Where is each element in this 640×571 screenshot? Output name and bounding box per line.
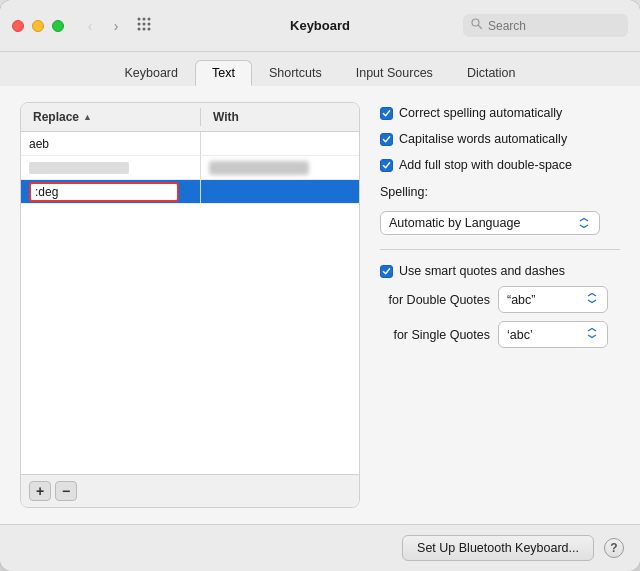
svg-point-0 [138, 17, 141, 20]
col-replace-header: Replace ▲ [21, 108, 201, 126]
table-row[interactable] [21, 156, 359, 180]
blurred-with [209, 161, 309, 175]
spelling-section: Spelling: [380, 184, 620, 199]
single-quotes-row: for Single Quotes ‘abc’ [380, 321, 620, 348]
keyboard-preferences-window: ‹ › Keyboard [0, 0, 640, 571]
double-quotes-label: for Double Quotes [380, 293, 490, 307]
remove-row-button[interactable]: − [55, 481, 77, 501]
tab-keyboard[interactable]: Keyboard [107, 60, 195, 86]
traffic-lights [12, 20, 64, 32]
svg-point-2 [148, 17, 151, 20]
titlebar: ‹ › Keyboard [0, 0, 640, 52]
table-body: aeb [21, 132, 359, 474]
blurred-replace [29, 162, 129, 174]
window-title: Keyboard [290, 18, 350, 33]
single-quotes-dropdown[interactable]: ‘abc’ [498, 321, 608, 348]
maximize-button[interactable] [52, 20, 64, 32]
tab-dictation[interactable]: Dictation [450, 60, 533, 86]
col-with-header: With [201, 108, 251, 126]
svg-point-7 [143, 27, 146, 30]
table-row[interactable]: aeb [21, 132, 359, 156]
divider [380, 249, 620, 250]
tab-text[interactable]: Text [195, 60, 252, 86]
grid-button[interactable] [136, 16, 152, 36]
nav-buttons: ‹ › [80, 16, 126, 36]
bt-keyboard-button[interactable]: Set Up Bluetooth Keyboard... [402, 535, 594, 561]
minimize-button[interactable] [32, 20, 44, 32]
svg-line-10 [479, 26, 482, 29]
tab-input-sources[interactable]: Input Sources [339, 60, 450, 86]
close-button[interactable] [12, 20, 24, 32]
svg-point-8 [148, 27, 151, 30]
correct-spelling-label: Correct spelling automatically [399, 106, 562, 120]
svg-point-9 [472, 19, 479, 26]
content-area: Replace ▲ With aeb [0, 86, 640, 524]
svg-point-3 [138, 22, 141, 25]
full-stop-label: Add full stop with double-space [399, 158, 572, 172]
dropdown-arrow-icon [577, 216, 591, 230]
double-quotes-dropdown[interactable]: “abc” [498, 286, 608, 313]
table-footer: + − [21, 474, 359, 507]
replace-edit-input[interactable] [29, 182, 179, 202]
svg-point-4 [143, 22, 146, 25]
search-box[interactable] [463, 14, 628, 37]
cell-replace-editing [21, 180, 201, 203]
capitalise-words-label: Capitalise words automatically [399, 132, 567, 146]
search-icon [471, 18, 483, 33]
help-button[interactable]: ? [604, 538, 624, 558]
spelling-dropdown[interactable]: Automatic by Language [380, 211, 600, 235]
table-row-selected[interactable] [21, 180, 359, 204]
replacement-table: Replace ▲ With aeb [20, 102, 360, 508]
dropdown-arrow-icon [585, 326, 599, 343]
smart-quotes-section: Use smart quotes and dashes for Double Q… [380, 264, 620, 348]
svg-point-5 [148, 22, 151, 25]
cell-with [201, 132, 359, 155]
cell-with-selected [201, 180, 359, 203]
tabs-bar: Keyboard Text Shortcuts Input Sources Di… [0, 52, 640, 86]
table-header: Replace ▲ With [21, 103, 359, 132]
cell-with [201, 156, 359, 179]
full-stop-row: Add full stop with double-space [380, 158, 620, 172]
bottom-bar: Set Up Bluetooth Keyboard... ? [0, 524, 640, 571]
double-quotes-row: for Double Quotes “abc” [380, 286, 620, 313]
smart-quotes-label: Use smart quotes and dashes [399, 264, 565, 278]
smart-quotes-checkbox[interactable] [380, 265, 393, 278]
forward-button[interactable]: › [106, 16, 126, 36]
back-button[interactable]: ‹ [80, 16, 100, 36]
search-input[interactable] [488, 19, 620, 33]
spelling-label: Spelling: [380, 185, 428, 199]
spelling-dropdown-row: Automatic by Language [380, 211, 620, 235]
correct-spelling-checkbox[interactable] [380, 107, 393, 120]
sort-arrow-icon: ▲ [83, 112, 92, 122]
svg-point-6 [138, 27, 141, 30]
cell-replace [21, 156, 201, 179]
smart-quotes-row: Use smart quotes and dashes [380, 264, 620, 278]
correct-spelling-row: Correct spelling automatically [380, 106, 620, 120]
single-quotes-label: for Single Quotes [380, 328, 490, 342]
capitalise-words-checkbox[interactable] [380, 133, 393, 146]
tab-shortcuts[interactable]: Shortcuts [252, 60, 339, 86]
full-stop-checkbox[interactable] [380, 159, 393, 172]
svg-point-1 [143, 17, 146, 20]
capitalise-words-row: Capitalise words automatically [380, 132, 620, 146]
right-panel: Correct spelling automatically Capitalis… [380, 102, 620, 508]
cell-replace: aeb [21, 132, 201, 155]
add-row-button[interactable]: + [29, 481, 51, 501]
dropdown-arrow-icon [585, 291, 599, 308]
